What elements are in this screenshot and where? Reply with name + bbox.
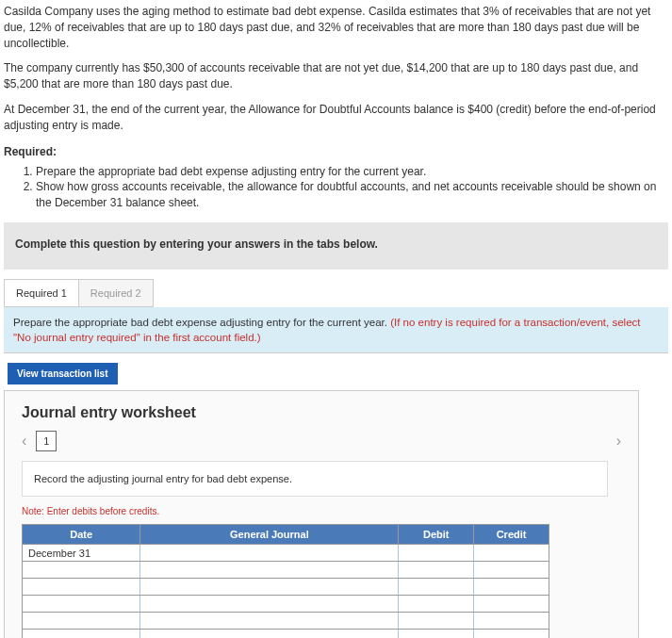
cell-account-input[interactable]	[140, 545, 399, 562]
header-debit: Debit	[399, 525, 474, 545]
cell-debit-input[interactable]	[399, 579, 474, 596]
tab-required-1[interactable]: Required 1	[4, 279, 79, 307]
table-row	[23, 613, 549, 630]
cell-account-input[interactable]	[140, 613, 399, 630]
header-general-journal: General Journal	[140, 525, 399, 545]
page-number[interactable]: 1	[36, 431, 57, 451]
table-row	[23, 562, 549, 579]
cell-date[interactable]	[23, 613, 140, 630]
cell-debit-input[interactable]	[399, 545, 474, 562]
cell-date[interactable]	[23, 579, 140, 596]
problem-p2: The company currently has $50,300 of acc…	[4, 60, 668, 92]
cell-credit-input[interactable]	[474, 596, 549, 613]
cell-credit-input[interactable]	[474, 630, 549, 638]
problem-p3: At December 31, the end of the current y…	[4, 102, 668, 134]
cell-debit-input[interactable]	[399, 630, 474, 638]
cell-date[interactable]	[23, 596, 140, 613]
required-item-1: Prepare the appropriate bad debt expense…	[36, 164, 668, 180]
instruction-text: Prepare the appropriate bad debt expense…	[13, 317, 390, 328]
tab-required-2[interactable]: Required 2	[78, 279, 154, 307]
next-entry-icon[interactable]: ›	[616, 433, 621, 450]
instruction-bar: Complete this question by entering your …	[4, 222, 668, 270]
table-row	[23, 596, 549, 613]
header-date: Date	[23, 525, 140, 545]
journal-table: Date General Journal Debit Credit Decemb…	[22, 524, 549, 638]
record-prompt: Record the adjusting journal entry for b…	[34, 473, 292, 484]
header-credit: Credit	[474, 525, 549, 545]
tabs: Required 1 Required 2	[4, 279, 668, 307]
cell-account-input[interactable]	[140, 562, 399, 579]
debits-note: Note: Enter debits before credits.	[22, 506, 621, 516]
cell-debit-input[interactable]	[399, 596, 474, 613]
journal-worksheet-panel: Journal entry worksheet ‹ 1 › Record the…	[4, 390, 639, 638]
cell-account-input[interactable]	[140, 579, 399, 596]
required-section: Required: Prepare the appropriate bad de…	[4, 145, 668, 211]
view-transaction-list-button[interactable]: View transaction list	[8, 363, 118, 384]
cell-credit-input[interactable]	[474, 562, 549, 579]
cell-debit-input[interactable]	[399, 613, 474, 630]
tab-instruction: Prepare the appropriate bad debt expense…	[4, 307, 668, 353]
cell-account-input[interactable]	[140, 630, 399, 638]
cell-debit-input[interactable]	[399, 562, 474, 579]
cell-credit-input[interactable]	[474, 579, 549, 596]
record-prompt-box: Record the adjusting journal entry for b…	[22, 461, 608, 497]
required-item-2: Show how gross accounts receivable, the …	[36, 179, 668, 211]
worksheet-title: Journal entry worksheet	[22, 404, 621, 421]
cell-date[interactable]	[23, 562, 140, 579]
cell-credit-input[interactable]	[474, 545, 549, 562]
table-row	[23, 579, 549, 596]
problem-p1: Casilda Company uses the aging method to…	[4, 4, 668, 51]
table-row	[23, 630, 549, 638]
cell-credit-input[interactable]	[474, 613, 549, 630]
required-heading: Required:	[4, 145, 668, 158]
table-row: December 31	[23, 545, 549, 562]
worksheet-nav: ‹ 1 ›	[22, 431, 621, 451]
prev-entry-icon[interactable]: ‹	[22, 433, 26, 450]
cell-date[interactable]	[23, 630, 140, 638]
problem-statement: Casilda Company uses the aging method to…	[4, 4, 668, 134]
cell-date: December 31	[23, 545, 140, 562]
cell-account-input[interactable]	[140, 596, 399, 613]
